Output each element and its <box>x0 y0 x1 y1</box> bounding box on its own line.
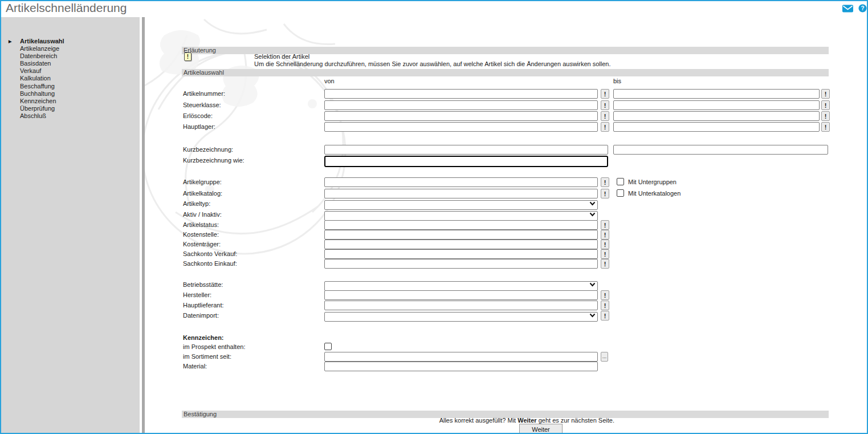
hauptlieferant-input[interactable] <box>324 301 598 310</box>
sidebar-item-artikelanzeige[interactable]: Artikelanzeige <box>1 45 140 52</box>
app-window: Artikelschnelländerung ? ▶Artikelauswahl… <box>0 0 868 434</box>
sidebar-item-label: Artikelauswahl <box>20 38 64 44</box>
sachkonto-einkauf-lookup-button[interactable]: ! <box>601 259 609 269</box>
mit-untergruppen-checkbox[interactable] <box>617 178 624 185</box>
aktiv-inaktiv-select[interactable] <box>324 211 598 221</box>
field-label-hauptlieferant: Hauptlieferant: <box>183 302 224 309</box>
kostenstelle-lookup-button[interactable]: ! <box>601 230 609 240</box>
hersteller-lookup-button[interactable]: ! <box>601 290 609 300</box>
sidebar-item-buchhaltung[interactable]: Buchhaltung <box>1 90 140 98</box>
sidebar-item-label: Kennzeichen <box>20 98 56 104</box>
field-row-sachkonto-einkauf: Sachkonto Einkauf:! <box>145 259 867 270</box>
sidebar-item-verkauf[interactable]: Verkauf <box>1 67 140 75</box>
erloescode-von-input[interactable] <box>324 111 598 121</box>
erloescode-von-lookup-button[interactable]: ! <box>601 111 609 121</box>
field-label-sachkonto-einkauf: Sachkonto Einkauf: <box>183 260 237 267</box>
sidebar-item-kalkulation[interactable]: Kalkulation <box>1 75 140 82</box>
kostenstelle-input[interactable] <box>324 230 598 240</box>
datenimport-select-wrap <box>324 311 598 321</box>
sachkonto-verkauf-input[interactable] <box>324 249 598 259</box>
artikelnummer-von-lookup-button[interactable]: ! <box>601 89 609 99</box>
artikelnummer-bis-lookup-button[interactable]: ! <box>821 89 830 99</box>
sidebar-item-abschluss[interactable]: Abschluß <box>1 112 140 120</box>
hauptlager-von-lookup-button[interactable]: ! <box>601 122 609 132</box>
artikelstatus-lookup-button[interactable]: ! <box>601 220 609 230</box>
hauptlager-bis-input[interactable] <box>613 122 820 132</box>
artikelgruppe-input[interactable] <box>324 177 598 187</box>
sidebar-item-label: Buchhaltung <box>20 90 55 97</box>
erloescode-bis-input[interactable] <box>613 111 820 121</box>
sachkonto-einkauf-input[interactable] <box>324 259 598 269</box>
aktiv-inaktiv-select-wrap <box>324 210 598 220</box>
sidebar-item-beschaffung[interactable]: Beschaffung <box>1 83 140 90</box>
betriebsstaette-select-wrap <box>324 280 598 290</box>
sidebar-item-label: Datenbereich <box>20 52 57 59</box>
mail-icon[interactable] <box>842 5 853 15</box>
column-header-bis: bis <box>613 78 621 84</box>
hauptlager-bis-lookup-button[interactable]: ! <box>821 122 830 132</box>
field-label-artikelnummer: Artikelnummer: <box>183 90 225 97</box>
sidebar-item-kennzeichen[interactable]: Kennzeichen <box>1 98 140 105</box>
field-row-aktiv-inaktiv: Aktiv / Inaktiv: <box>145 210 867 221</box>
sidebar-item-ueberpruefung[interactable]: Überprüfung <box>1 105 140 112</box>
kurzbezeichnung-wie-input[interactable] <box>324 156 608 167</box>
artikelgruppe-lookup-button[interactable]: ! <box>601 177 609 187</box>
artikeltyp-select[interactable] <box>324 200 598 210</box>
field-row-betriebsstaette: Betriebsstätte: <box>145 280 867 291</box>
hersteller-input[interactable] <box>324 290 598 300</box>
datenimport-lookup-button[interactable]: ! <box>601 311 609 321</box>
artikelkatalog-input[interactable] <box>324 189 598 198</box>
artikelkatalog-lookup-button[interactable]: ! <box>601 189 609 198</box>
field-label-artikelgruppe: Artikelgruppe: <box>183 179 222 185</box>
field-row-hauptlieferant: Hauptlieferant:! <box>145 301 867 311</box>
betriebsstaette-select[interactable] <box>324 281 598 291</box>
im-prospekt-enthalten-checkbox[interactable] <box>324 343 332 350</box>
im-sortiment-seit-input[interactable] <box>324 352 598 362</box>
field-label-im-sortiment-seit: im Sortiment seit: <box>183 353 231 360</box>
explanation-body: Um die Schnelländerung durchzuführen, mü… <box>254 60 611 67</box>
field-label-artikelstatus: Artikelstatus: <box>183 221 219 228</box>
datenimport-select[interactable] <box>324 312 598 322</box>
artikelnummer-von-input[interactable] <box>324 89 598 99</box>
field-row-kurzbezeichnung-wie: Kurzbezeichnung wie: <box>145 156 867 167</box>
weiter-button[interactable]: Weiter <box>519 424 563 433</box>
steuerklasse-von-lookup-button[interactable]: ! <box>601 100 609 110</box>
field-label-im-prospekt-enthalten: im Prospekt enthalten: <box>183 343 245 350</box>
kurzbezeichnung-von-input[interactable] <box>324 145 608 155</box>
wizard-sidebar: ▶ArtikelauswahlArtikelanzeigeDatenbereic… <box>1 17 140 433</box>
field-label-kurzbezeichnung: Kurzbezeichnung: <box>183 146 233 153</box>
wizard-step-list: ▶ArtikelauswahlArtikelanzeigeDatenbereic… <box>1 38 140 120</box>
field-label-material: Material: <box>183 363 207 370</box>
sidebar-item-artikelauswahl[interactable]: ▶Artikelauswahl <box>1 38 140 45</box>
kurzbezeichnung-bis-input[interactable] <box>613 145 828 155</box>
field-label-kostenstelle: Kostenstelle: <box>183 231 219 238</box>
sachkonto-verkauf-lookup-button[interactable]: ! <box>601 249 609 259</box>
hauptlieferant-lookup-button[interactable]: ! <box>601 301 609 310</box>
material-input[interactable] <box>324 362 598 371</box>
field-label-steuerklasse: Steuerklasse: <box>183 102 221 108</box>
hauptlager-von-input[interactable] <box>324 122 598 132</box>
field-row-artikelkatalog: Artikelkatalog:!Mit Unterkatalogen <box>145 189 867 200</box>
erloescode-bis-lookup-button[interactable]: ! <box>821 111 830 121</box>
steuerklasse-bis-lookup-button[interactable]: ! <box>821 100 830 110</box>
field-label-kennzeichen: Kennzeichen: <box>183 334 224 341</box>
kostentraeger-lookup-button[interactable]: ! <box>601 240 609 249</box>
steuerklasse-von-input[interactable] <box>324 100 598 110</box>
sidebar-item-basisdaten[interactable]: Basisdaten <box>1 60 140 67</box>
kostentraeger-input[interactable] <box>324 240 598 249</box>
info-icon: ! <box>184 52 191 61</box>
steuerklasse-bis-input[interactable] <box>613 100 820 110</box>
artikelnummer-bis-input[interactable] <box>613 89 820 99</box>
field-label-kostentraeger: Kostenträger: <box>183 241 221 248</box>
sidebar-item-label: Verkauf <box>20 67 41 74</box>
sidebar-item-datenbereich[interactable]: Datenbereich <box>1 52 140 60</box>
main-content: Erläuterung ! Selektion der Artikel Um d… <box>145 17 867 433</box>
help-icon[interactable]: ? <box>858 4 867 15</box>
im-sortiment-seit-browse-button[interactable]: ... <box>601 352 608 362</box>
field-row-kurzbezeichnung: Kurzbezeichnung: <box>145 145 867 156</box>
field-label-artikelkatalog: Artikelkatalog: <box>183 190 222 197</box>
mit-unterkatalogen-checkbox[interactable] <box>617 189 624 197</box>
artikelstatus-input[interactable] <box>324 220 598 230</box>
field-row-hersteller: Hersteller:! <box>145 290 867 301</box>
field-row-artikelnummer: Artikelnummer:!! <box>145 89 867 100</box>
